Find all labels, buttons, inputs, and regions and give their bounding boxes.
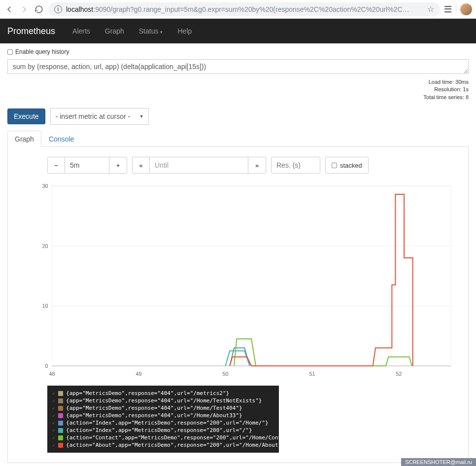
svg-text:50: 50 <box>222 371 228 377</box>
chart-legend: ✓ {app="MetricsDemo",response="404",url=… <box>47 386 279 453</box>
query-stats: Load time: 30ms Resolution: 1s Total tim… <box>7 78 469 101</box>
svg-text:49: 49 <box>136 371 141 377</box>
legend-label: {action="Index",app="MetricsDemo",respon… <box>66 420 269 426</box>
expression-input[interactable] <box>7 59 469 74</box>
bookmark-star-icon[interactable]: ☆ <box>427 4 434 14</box>
svg-text:48: 48 <box>49 371 55 377</box>
check-icon: ✓ <box>52 398 55 403</box>
check-icon: ✓ <box>52 405 55 411</box>
tab-graph[interactable]: Graph <box>7 131 41 147</box>
legend-label: {action="Index",app="MetricsDemo",respon… <box>66 427 252 433</box>
app-brand[interactable]: Prometheus <box>7 26 55 36</box>
legend-label: {app="MetricsDemo",response="404",url="/… <box>66 405 242 411</box>
resolution-input[interactable] <box>271 157 320 174</box>
result-tabs: Graph Console <box>7 131 469 147</box>
check-icon: ✓ <box>52 391 55 396</box>
legend-label: {app="MetricsDemo",response="404",url="/… <box>66 397 262 404</box>
legend-item[interactable]: ✓ {action="Index",app="MetricsDemo",resp… <box>52 419 274 427</box>
legend-item[interactable]: ✓ {action="About",app="MetricsDemo",resp… <box>52 441 274 449</box>
color-swatch <box>58 398 63 403</box>
svg-text:10: 10 <box>42 303 48 309</box>
reload-icon[interactable] <box>34 4 44 15</box>
chart[interactable]: 01020304849505152 <box>37 183 453 381</box>
legend-item[interactable]: ✓ {app="MetricsDemo",response="404",url=… <box>52 404 274 412</box>
check-icon: ✓ <box>52 420 55 426</box>
check-icon: ✓ <box>52 428 55 433</box>
legend-item[interactable]: ✓ {app="MetricsDemo",response="404",url=… <box>52 412 274 419</box>
profile-avatar[interactable] <box>460 3 472 15</box>
color-swatch <box>58 406 63 411</box>
check-icon: ✓ <box>52 442 55 448</box>
url-host: localhost <box>66 5 93 13</box>
history-label: Enable query history <box>15 48 69 55</box>
until-input[interactable]: Until <box>150 157 248 174</box>
range-minus-button[interactable]: − <box>47 157 65 174</box>
check-icon: ✓ <box>52 435 55 440</box>
time-forward-button[interactable]: » <box>248 157 266 174</box>
svg-text:20: 20 <box>42 243 48 249</box>
legend-label: {action="About",app="MetricsDemo",respon… <box>66 442 285 448</box>
back-icon[interactable] <box>4 4 15 15</box>
checkbox-icon[interactable] <box>7 49 13 55</box>
forward-icon[interactable] <box>19 4 30 15</box>
nav-alerts[interactable]: Alerts <box>65 27 98 35</box>
legend-label: {app="MetricsDemo",response="404",url="/… <box>66 412 242 419</box>
range-plus-button[interactable]: + <box>109 157 127 174</box>
svg-text:52: 52 <box>396 371 402 377</box>
legend-item[interactable]: ✓ {app="MetricsDemo",response="404",url=… <box>52 390 274 397</box>
app-navbar: Prometheus Alerts Graph Status▾ Help <box>0 19 476 43</box>
color-swatch <box>58 421 63 426</box>
color-swatch <box>58 428 63 433</box>
site-info-icon[interactable]: i <box>54 5 62 13</box>
legend-label: {app="MetricsDemo",response="404",url="/… <box>66 390 229 396</box>
time-control: « Until » <box>132 157 266 174</box>
browser-toolbar: i localhost:9090/graph?g0.range_input=5m… <box>0 0 476 19</box>
nav-help[interactable]: Help <box>170 27 199 35</box>
svg-text:0: 0 <box>45 363 48 369</box>
tab-console[interactable]: Console <box>41 131 81 147</box>
color-swatch <box>58 435 63 440</box>
execute-button[interactable]: Execute <box>7 108 45 124</box>
range-input[interactable]: 5m <box>65 157 109 174</box>
check-icon: ✓ <box>52 413 55 418</box>
extensions-icon[interactable]: ☰ <box>444 4 452 15</box>
color-swatch <box>58 443 63 448</box>
legend-item[interactable]: ✓ {action="Contact",app="MetricsDemo",re… <box>52 434 274 441</box>
enable-history-toggle[interactable]: Enable query history <box>7 48 469 55</box>
nav-graph[interactable]: Graph <box>98 27 132 35</box>
checkbox-icon <box>332 163 337 168</box>
range-control: − 5m + <box>47 157 127 174</box>
graph-panel: − 5m + « Until » stacked 010203048495051… <box>7 147 469 463</box>
screenshot-watermark: SCREENSHOTER@mail.ru <box>401 458 476 466</box>
address-bar[interactable]: i localhost:9090/graph?g0.range_input=5m… <box>48 2 440 16</box>
color-swatch <box>58 391 63 396</box>
legend-label: {action="Contact",app="MetricsDemo",resp… <box>66 434 298 441</box>
svg-text:30: 30 <box>42 183 48 189</box>
legend-item[interactable]: ✓ {app="MetricsDemo",response="404",url=… <box>52 397 274 404</box>
stacked-toggle[interactable]: stacked <box>325 157 369 174</box>
color-swatch <box>58 413 63 418</box>
svg-text:51: 51 <box>309 371 315 377</box>
metric-select[interactable]: - insert metric at cursor - <box>50 108 149 125</box>
separator <box>456 4 456 14</box>
nav-status[interactable]: Status▾ <box>132 27 170 35</box>
legend-item[interactable]: ✓ {action="Index",app="MetricsDemo",resp… <box>52 427 274 434</box>
time-back-button[interactable]: « <box>132 157 150 174</box>
url-path: :9090/graph?g0.range_input=5m&g0.expr=su… <box>93 5 409 13</box>
